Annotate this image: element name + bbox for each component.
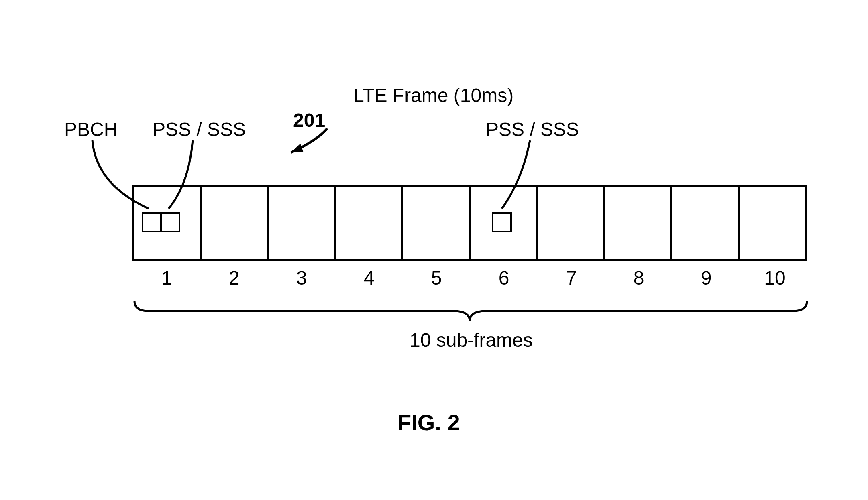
subframe-5: [403, 187, 471, 259]
pss-sss-left-label: PSS / SSS: [153, 118, 246, 140]
subframe-number: 10: [759, 267, 791, 289]
pbch-box: [142, 212, 162, 232]
subframe-number: 1: [159, 267, 175, 289]
brace-caption: 10 sub-frames: [410, 329, 533, 351]
diagram-stage: LTE Frame (10ms) 201 PBCH PSS / SSS PSS …: [0, 0, 868, 500]
subframe-6: [471, 187, 538, 259]
pss-sss-right-label: PSS / SSS: [486, 118, 579, 140]
subframe-number: 8: [631, 267, 647, 289]
subframe-number: 6: [496, 267, 512, 289]
pss-sss-box-left: [160, 212, 180, 232]
subframe-number: 5: [428, 267, 444, 289]
title-label: LTE Frame (10ms): [353, 84, 513, 106]
subframe-1: [134, 187, 202, 259]
subframe-2: [202, 187, 269, 259]
subframe-9: [672, 187, 740, 259]
ref-number: 201: [293, 109, 325, 131]
pbch-label: PBCH: [64, 118, 118, 140]
lte-frame: [132, 185, 807, 261]
subframe-8: [605, 187, 673, 259]
figure-caption: FIG. 2: [397, 409, 460, 435]
subframe-number: 2: [226, 267, 242, 289]
subframe-10: [740, 187, 805, 259]
subframe-7: [538, 187, 605, 259]
subframe-4: [336, 187, 404, 259]
pss-sss-box-right: [492, 212, 512, 232]
subframe-number: 9: [698, 267, 714, 289]
subframe-number: 3: [293, 267, 310, 289]
ref-arrow: [291, 128, 327, 152]
subframe-number: 4: [361, 267, 377, 289]
subframe-number: 7: [563, 267, 579, 289]
svg-marker-0: [291, 144, 304, 152]
subframe-3: [269, 187, 336, 259]
brace: [134, 301, 807, 321]
